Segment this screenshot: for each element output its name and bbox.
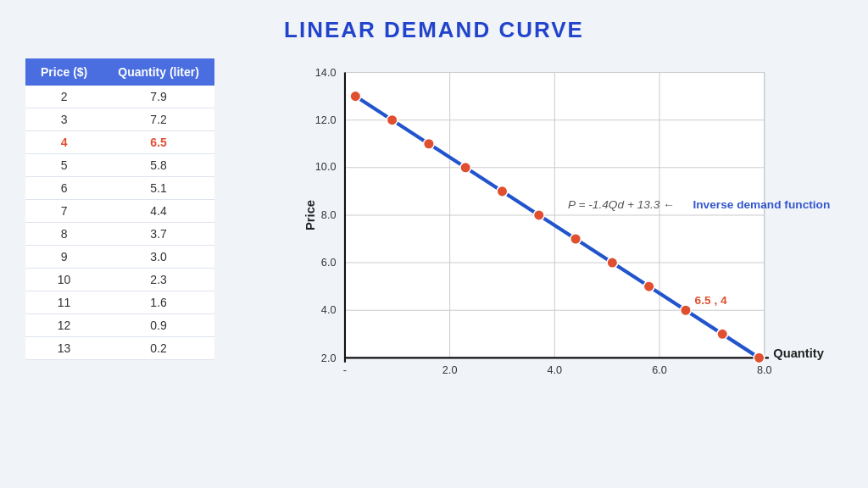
col-header-quantity: Quantity (liter) — [103, 58, 214, 86]
quantity-cell: 7.9 — [103, 86, 214, 108]
svg-text:8.0: 8.0 — [757, 364, 772, 376]
price-cell: 2 — [25, 86, 103, 108]
table-row: 93.0 — [25, 246, 214, 269]
svg-text:10.0: 10.0 — [315, 161, 337, 173]
svg-text:4.0: 4.0 — [547, 364, 562, 376]
quantity-cell: 4.4 — [103, 200, 214, 223]
data-point — [533, 210, 544, 221]
data-point — [350, 91, 361, 102]
data-point — [754, 352, 765, 363]
svg-text:8.0: 8.0 — [321, 209, 337, 221]
table-row: 27.9 — [25, 86, 214, 108]
svg-text:2.0: 2.0 — [321, 352, 337, 364]
svg-text:6.0: 6.0 — [321, 257, 337, 269]
price-cell: 12 — [25, 314, 103, 337]
quantity-cell: 5.1 — [103, 177, 214, 200]
table-row: 65.1 — [25, 177, 214, 200]
price-cell: 7 — [25, 200, 103, 223]
price-cell: 6 — [25, 177, 103, 200]
quantity-cell: 5.8 — [103, 154, 214, 177]
svg-text:4.0: 4.0 — [321, 304, 337, 316]
table-row: 46.5 — [25, 131, 214, 154]
col-header-price: Price ($) — [25, 58, 103, 86]
chart-area: 14.0 12.0 10.0 8.0 6.0 4.0 2.0 - 2.0 4.0… — [240, 58, 843, 402]
quantity-cell: 3.7 — [103, 223, 214, 246]
data-table: Price ($) Quantity (liter) 27.937.246.55… — [25, 58, 214, 360]
price-cell: 13 — [25, 337, 103, 360]
data-point — [643, 281, 654, 292]
table-row: 130.2 — [25, 337, 214, 360]
svg-text:14.0: 14.0 — [315, 67, 337, 79]
svg-text:Quantity: Quantity — [773, 347, 825, 360]
highlight-point-label: 6.5 , 4 — [695, 294, 727, 307]
quantity-cell: 1.6 — [103, 291, 214, 314]
price-cell: 4 — [25, 131, 103, 154]
table-row: 102.3 — [25, 269, 214, 291]
data-point — [717, 329, 728, 340]
inverse-demand-function-text: Inverse demand function — [693, 198, 830, 211]
price-cell: 11 — [25, 291, 103, 314]
data-point — [424, 138, 435, 149]
table-row: 111.6 — [25, 291, 214, 314]
main-content: Price ($) Quantity (liter) 27.937.246.55… — [25, 58, 843, 402]
inverse-demand-label: P = -1.4Qd + 13.3 ← — [568, 198, 675, 211]
chart-wrapper: 14.0 12.0 10.0 8.0 6.0 4.0 2.0 - 2.0 4.0… — [240, 64, 843, 402]
data-point — [387, 114, 398, 125]
svg-text:2.0: 2.0 — [442, 364, 458, 376]
table-row: 120.9 — [25, 314, 214, 337]
data-point — [570, 234, 581, 245]
data-point — [681, 305, 692, 316]
svg-text:-: - — [343, 364, 347, 376]
quantity-cell: 6.5 — [103, 131, 214, 154]
price-cell: 10 — [25, 269, 103, 291]
svg-text:6.0: 6.0 — [652, 364, 667, 376]
chart-svg: 14.0 12.0 10.0 8.0 6.0 4.0 2.0 - 2.0 4.0… — [240, 64, 843, 402]
svg-text:Price: Price — [303, 200, 317, 230]
price-cell: 3 — [25, 108, 103, 131]
table-row: 37.2 — [25, 108, 214, 131]
quantity-cell: 0.2 — [103, 337, 214, 360]
data-table-container: Price ($) Quantity (liter) 27.937.246.55… — [25, 58, 214, 360]
price-cell: 5 — [25, 154, 103, 177]
table-row: 83.7 — [25, 223, 214, 246]
price-cell: 8 — [25, 223, 103, 246]
quantity-cell: 0.9 — [103, 314, 214, 337]
data-point — [497, 186, 508, 197]
table-row: 55.8 — [25, 154, 214, 177]
quantity-cell: 3.0 — [103, 246, 214, 269]
data-point — [607, 258, 618, 269]
page-title: LINEAR DEMAND CURVE — [284, 17, 584, 43]
data-point — [460, 162, 471, 173]
svg-text:12.0: 12.0 — [315, 114, 337, 126]
table-row: 74.4 — [25, 200, 214, 223]
quantity-cell: 7.2 — [103, 108, 214, 131]
price-cell: 9 — [25, 246, 103, 269]
quantity-cell: 2.3 — [103, 269, 214, 291]
